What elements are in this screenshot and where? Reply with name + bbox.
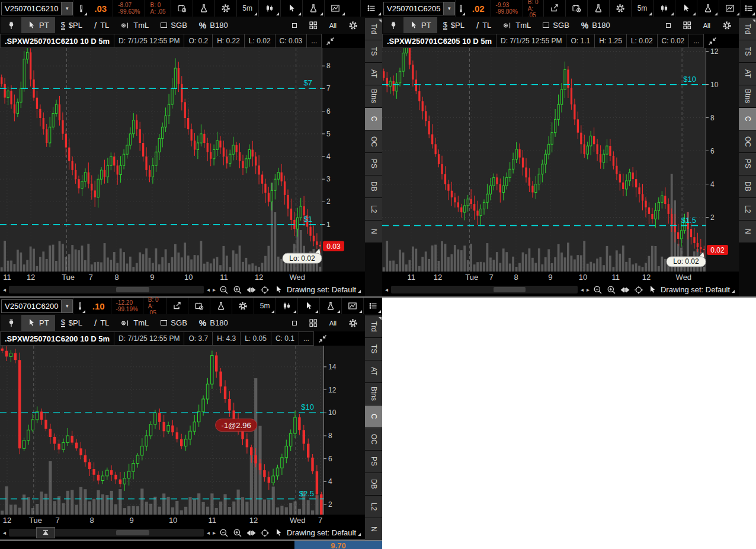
toolbar-gear-button[interactable] (342, 315, 364, 331)
drawing-set-selector[interactable]: Drawing set: Default (287, 528, 362, 537)
gauge-icon[interactable] (73, 0, 88, 17)
expand-button[interactable] (36, 527, 55, 538)
pointer-tool-button[interactable] (297, 298, 319, 314)
analysis-flask-button[interactable] (319, 298, 341, 314)
spl-button[interactable]: $ $PL (437, 17, 470, 33)
tab-at[interactable]: AT (365, 360, 382, 382)
tab-trd[interactable]: Trd (365, 315, 382, 337)
symbol-input[interactable]: V250701C6200 ▾ (1, 299, 73, 313)
calendar-button[interactable] (188, 298, 210, 314)
candlestick-chart[interactable]: $10$2.52468101214-1@2.96 (0, 346, 365, 515)
tl-button[interactable]: / TL (470, 17, 497, 33)
b180-button[interactable]: % B180 (575, 17, 616, 33)
tab-ps[interactable]: PS (365, 153, 382, 175)
chart-scrollbar[interactable] (391, 286, 578, 293)
sgb-button[interactable]: SGB (155, 315, 193, 331)
pointer-tool-button[interactable] (675, 0, 697, 17)
step-left-icon[interactable]: ◂ (207, 529, 210, 536)
tl-button[interactable]: / TL (88, 17, 115, 33)
chart-scrollbar[interactable] (9, 286, 204, 293)
tab-l2[interactable]: L2 (739, 198, 756, 220)
scrollbar-thumb[interactable] (116, 287, 149, 292)
restore-icon[interactable] (318, 334, 327, 343)
tab-btns[interactable]: Btns (365, 383, 382, 405)
menu-button[interactable] (741, 0, 756, 17)
chart-area[interactable]: $10$1.5246810120.02Lo: 0.02 (382, 48, 739, 272)
chart-scrollbar[interactable] (9, 529, 204, 537)
settings-gear-button[interactable] (609, 0, 631, 17)
tab-db[interactable]: DB (739, 175, 756, 197)
tab-db[interactable]: DB (365, 473, 382, 495)
share-button[interactable] (543, 0, 565, 17)
settings-gear-button[interactable] (232, 298, 254, 314)
symbol-value[interactable]: V250701C6200 (2, 302, 61, 311)
menu-button[interactable] (360, 0, 382, 17)
analysis-flask-button[interactable] (697, 0, 719, 17)
pointer-tool-button[interactable] (280, 0, 302, 17)
tab-ts[interactable]: TS (739, 40, 756, 62)
share-button[interactable] (166, 298, 188, 314)
candles-style-button[interactable] (653, 0, 675, 17)
tab-c[interactable]: C (365, 108, 382, 130)
spl-button[interactable]: $ $PL (55, 315, 88, 331)
symbol-input[interactable]: V250701C6205 ▾ (383, 2, 455, 15)
restore-icon[interactable] (708, 37, 717, 46)
step-right-icon[interactable]: ▸ (213, 529, 216, 536)
tab-ps[interactable]: PS (739, 153, 756, 175)
step-left-icon[interactable]: ◂ (581, 286, 584, 293)
pin-button[interactable] (1, 315, 21, 331)
title-more-button[interactable]: ... (689, 34, 704, 48)
tab-oc[interactable]: OC (365, 428, 382, 450)
studies-flask-button[interactable] (193, 0, 214, 17)
tab-ts[interactable]: TS (365, 338, 382, 360)
tab-db[interactable]: DB (365, 175, 382, 197)
step-right-icon[interactable]: ▸ (587, 286, 590, 293)
tab-n[interactable]: N (739, 221, 756, 242)
drawing-set-selector[interactable]: Drawing set: Default (661, 285, 736, 294)
tab-c[interactable]: C (365, 406, 382, 427)
scrollbar-thumb[interactable] (494, 287, 526, 292)
tab-trd[interactable]: Trd (365, 18, 382, 40)
symbol-dropdown-icon[interactable]: ▾ (61, 2, 72, 15)
scroll-left-icon[interactable]: ◂ (3, 529, 6, 536)
pt-button[interactable]: PT (403, 17, 437, 33)
tml-button[interactable]: TmL (115, 17, 155, 33)
zoom-out-button[interactable] (592, 285, 603, 295)
tab-ps[interactable]: PS (365, 451, 382, 473)
pin-button[interactable] (383, 17, 403, 33)
gauge-icon[interactable] (73, 298, 86, 314)
all-button[interactable]: All (697, 17, 716, 33)
tab-ts[interactable]: TS (365, 40, 382, 62)
tml-button[interactable]: TmL (497, 17, 537, 33)
pan-arrows-button[interactable] (620, 285, 630, 295)
tab-n[interactable]: N (365, 221, 382, 242)
restore-icon[interactable] (326, 37, 335, 46)
scrollbar-thumb[interactable] (116, 530, 149, 535)
chart-area[interactable]: $10$2.52468101214-1@2.96 (0, 346, 365, 515)
pin-button[interactable] (1, 17, 21, 33)
sgb-button[interactable]: SGB (537, 17, 575, 33)
studies-flask-button[interactable] (210, 298, 232, 314)
symbol-dropdown-icon[interactable]: ▾ (443, 2, 454, 15)
candlestick-chart[interactable]: $10$1.5246810120.02Lo: 0.02 (382, 48, 739, 272)
cursor-button[interactable] (647, 285, 658, 294)
zoom-in-button[interactable] (232, 528, 243, 538)
tab-oc[interactable]: OC (365, 130, 382, 152)
order-price-chip[interactable]: 9.70 (294, 541, 382, 549)
b180-button[interactable]: % B180 (193, 315, 234, 331)
drawings-button[interactable] (324, 0, 346, 17)
tab-oc[interactable]: OC (739, 130, 756, 152)
analysis-flask-button[interactable] (302, 0, 324, 17)
cursor-button[interactable] (273, 285, 284, 294)
calendar-button[interactable] (565, 0, 587, 17)
pan-arrows-button[interactable] (246, 528, 257, 538)
candlestick-chart[interactable]: $7$1123456780.03Lo: 0.02 (0, 48, 365, 272)
gauge-icon[interactable] (455, 0, 466, 17)
grid-layout-button[interactable] (303, 315, 323, 331)
tab-l2[interactable]: L2 (365, 198, 382, 220)
toolbar-gear-button[interactable] (716, 17, 738, 33)
toolbar-gear-button[interactable] (342, 17, 364, 33)
mini-window-button[interactable] (286, 315, 303, 331)
symbol-value[interactable]: V250701C6210 (2, 4, 61, 13)
auto-center-button[interactable] (260, 285, 270, 295)
